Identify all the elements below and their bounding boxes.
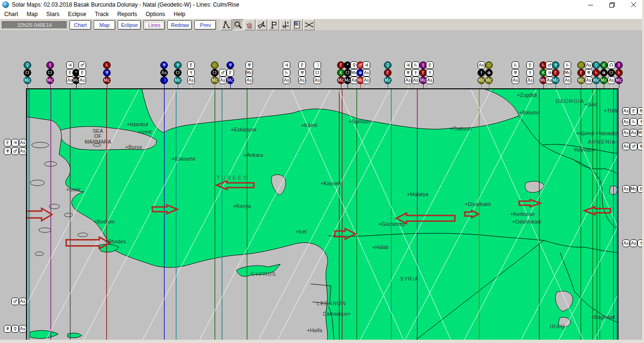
planet-glyph-badge: ♄ (540, 61, 547, 69)
marker-leader-line (348, 84, 348, 88)
planet-glyph-badge: ♂ (630, 143, 637, 150)
planet-glyph-badge: Mc (211, 77, 218, 84)
planet-glyph-badge: As (622, 118, 630, 126)
planet-glyph-badge: As (622, 240, 630, 247)
marker-leader-line (164, 84, 165, 88)
planet-glyph-badge: ♇ (419, 69, 427, 77)
planet-glyph-badge: Mc (478, 77, 485, 84)
planet-glyph-badge: ♃ (363, 61, 370, 69)
planet-glyph-badge: ♃ (404, 61, 412, 69)
city-label: +Bodrum (94, 219, 115, 224)
plane-icon (257, 20, 266, 29)
line-marker: ☉♇Mc (577, 61, 585, 88)
marker-leader-line (581, 84, 582, 88)
close-button[interactable] (623, 0, 644, 9)
marker-post-tool-button[interactable] (268, 19, 279, 30)
planet-glyph-badge: Mc (630, 185, 637, 193)
crosshair-plot-tool-button[interactable] (280, 19, 291, 30)
planet-glyph-badge: As (564, 77, 571, 84)
menu-item-reports[interactable]: Reports (113, 11, 141, 17)
menubar: Chart Map Stars Eclipse Track Reports Op… (0, 9, 644, 18)
prev-button[interactable]: Prev (194, 20, 216, 30)
planet-glyph-badge: As (363, 69, 370, 77)
marker-leader-line (530, 84, 531, 88)
planet-glyph-badge: As (622, 107, 630, 115)
titlebar: Solar Maps: 02.03.2018 Basak Burcunda Do… (0, 0, 644, 9)
cross-lines-tool-button[interactable] (304, 19, 314, 30)
region-label: IRAQ (550, 324, 565, 329)
planet-glyph-badge: ♇ (630, 107, 637, 115)
menu-item-options[interactable]: Options (141, 11, 169, 17)
line-marker: ♅McAs (245, 61, 253, 88)
planet-glyph-badge: ♅ (585, 69, 592, 77)
planet-glyph-badge: ♇ (337, 61, 345, 69)
city-label: +DalaVakasi (512, 219, 541, 224)
planet-glyph-badge: As (313, 77, 321, 84)
menu-item-map[interactable]: Map (22, 11, 42, 17)
planet-glyph-badge: Mc (564, 69, 571, 77)
minimize-icon (588, 2, 593, 8)
marker-post-icon (269, 20, 278, 29)
zoom-tool-button[interactable] (233, 19, 244, 30)
planet-glyph-badge: ☋ (313, 69, 321, 77)
planet-glyph-badge: ♅ (160, 61, 168, 69)
map-button[interactable]: Map (94, 20, 115, 30)
marker-leader-line (604, 84, 604, 88)
pan-hand-tool-button[interactable] (244, 19, 255, 30)
menu-item-chart[interactable]: Chart (0, 11, 22, 17)
lines-button[interactable]: Lines (143, 20, 165, 30)
region-label: LEBANON (317, 300, 346, 306)
city-label: +Gori (584, 102, 597, 107)
planet-glyph-badge: ☉ (211, 61, 218, 69)
tool-icon-group: i (220, 19, 314, 30)
line-marker: ☉⊕Mc (485, 61, 493, 88)
marker-leader-line (481, 84, 482, 88)
city-label: +Kerburan (510, 211, 535, 217)
eclipse-button[interactable]: Eclipse (118, 20, 141, 30)
region-label: GEORGIA (556, 98, 584, 104)
menu-item-stars[interactable]: Stars (42, 11, 64, 17)
marker-leader-line (596, 84, 597, 88)
line-marker: ♇†As (526, 61, 534, 88)
line-marker: AsMc♇ (622, 185, 644, 193)
marker-leader-line (178, 84, 178, 88)
line-marker: ♆☋Mc (174, 61, 182, 88)
planet-glyph-badge: As (298, 77, 306, 84)
line-marker: ♆♂As (4, 147, 26, 155)
planet-glyph-badge: ☉ (577, 61, 585, 69)
line-marker: ♆♇Mc (552, 61, 559, 88)
menu-item-help[interactable]: Help (169, 11, 190, 17)
planet-glyph-badge: Mc (174, 77, 182, 84)
minimize-button[interactable] (580, 0, 601, 9)
planet-glyph-badge: ♅ (512, 69, 519, 77)
crosshair-icon (281, 20, 290, 29)
planet-glyph-badge: ♆ (404, 69, 412, 77)
planet-glyph-badge: * (344, 61, 351, 69)
marker-leader-line (366, 84, 367, 88)
chart-button[interactable]: Chart (70, 20, 91, 30)
city-label: +Izmit (138, 129, 152, 135)
divider-icon (222, 20, 231, 29)
map-canvas[interactable]: +Istanbul+Izmit+BursaSEAOFMARMARA+Izmir+… (26, 88, 618, 342)
travel-plane-tool-button[interactable] (256, 19, 267, 30)
info-report-tool-button[interactable]: i (292, 19, 303, 30)
menu-item-track[interactable]: Track (90, 11, 113, 17)
divider-tool-button[interactable] (221, 19, 232, 30)
line-marker: As♇♅ (622, 107, 644, 115)
planet-glyph-badge: As (78, 77, 86, 84)
redraw-button[interactable]: Redraw (167, 20, 192, 30)
planet-glyph-badge: ☊ (608, 61, 615, 69)
app-globe-icon (2, 1, 9, 8)
marker-leader-line (287, 84, 287, 88)
planet-glyph-badge: ☋ (344, 69, 351, 77)
planet-glyph-badge: As (622, 129, 630, 137)
planet-glyph-badge: As (426, 77, 434, 84)
planet-glyph-badge: As (187, 77, 195, 84)
maximize-button[interactable] (601, 0, 623, 9)
planet-glyph-badge: As (363, 77, 370, 84)
menu-item-eclipse[interactable]: Eclipse (64, 11, 91, 17)
city-label: +Malatya (407, 191, 429, 197)
planet-glyph-badge: Mc (72, 77, 80, 84)
marker-leader-line (567, 84, 568, 88)
line-marker: ♂♃As (546, 61, 553, 88)
